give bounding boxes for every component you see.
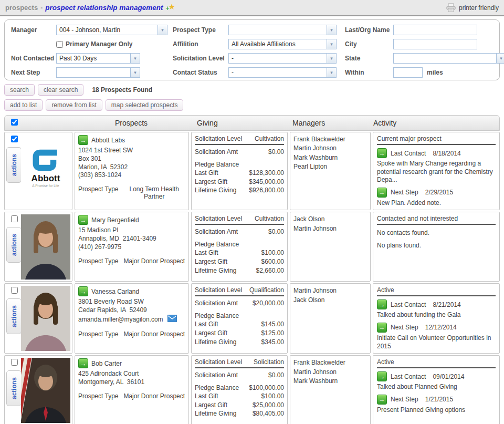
giving-cell: Solicitation LevelSolicitationSolicitati… <box>191 355 288 424</box>
clear-search-button[interactable]: clear search <box>38 84 83 96</box>
printer-friendly-label: printer friendly <box>459 4 499 12</box>
affiliation-select[interactable]: All Available Affiliations ▾ <box>228 39 337 49</box>
managers-cell: Jack OlsonMartin Johnson <box>290 212 371 282</box>
prospect-photo <box>21 286 70 351</box>
prospect-type-select[interactable]: ▾ <box>228 25 337 35</box>
contact-status-label: Contact Status <box>173 69 228 76</box>
giving-row-label: Last Gift <box>195 320 218 329</box>
within-miles-input[interactable] <box>393 67 423 78</box>
prospect-email[interactable]: amanda.miller@myagilon.com <box>78 316 163 324</box>
manager-select[interactable]: 004 - Johnson, Martin ▾ <box>56 25 167 35</box>
add-to-list-button[interactable]: add to list <box>4 99 43 111</box>
row-checkbox[interactable] <box>11 215 18 222</box>
table-row: actions→Mary Bergenfield15 Madison Pl An… <box>4 212 500 282</box>
row-checkbox[interactable] <box>11 359 18 366</box>
actions-button[interactable]: actions <box>6 370 22 406</box>
activity-entry-label: Next Step <box>391 324 418 331</box>
city-label: City <box>345 40 393 48</box>
map-selected-prospects-button[interactable]: map selected prospects <box>106 99 184 111</box>
activity-cell: Contacted and not interestedNo contacts … <box>373 212 500 282</box>
remove-from-list-button[interactable]: remove from list <box>46 99 102 111</box>
giving-row: Lifetime Giving$926,800.00 <box>195 186 284 195</box>
actions-button[interactable]: actions <box>6 147 22 183</box>
manager-label: Manager <box>11 26 56 34</box>
giving-row: Solicitation Amt$0.00 <box>195 148 284 157</box>
prospect-address: 3801 Beverly Road SW Cedar Rapids, IA 52… <box>78 298 185 315</box>
giving-row: Pledge Balance <box>195 312 284 320</box>
manager-name: Mark Washburn <box>293 153 367 162</box>
city-input[interactable] <box>393 39 477 49</box>
search-button[interactable]: search <box>4 84 35 96</box>
giving-row-label: Last Gift <box>195 392 218 401</box>
activity-entry-line: →Last Contact8/18/2014 <box>377 148 496 158</box>
giving-row-value: $100,000.00 <box>249 384 284 392</box>
logo-tagline: A Promise for Life <box>32 184 59 188</box>
giving-row-value: $0.00 <box>268 148 284 157</box>
actions-button-label: actions <box>10 154 18 176</box>
giving-row: Pledge Balance$100,000.00 <box>195 384 284 392</box>
giving-row-value: $0.00 <box>268 227 284 236</box>
giving-row-label: Solicitation Amt <box>195 299 238 308</box>
activity-entry-note: Talked about Planned Giving <box>377 383 496 391</box>
giving-row-label: Solicitation Amt <box>195 148 238 157</box>
open-record-arrow-icon[interactable]: → <box>377 148 387 158</box>
solicitation-level-label: Solicitation Level <box>173 55 228 62</box>
primary-manager-only-checkbox[interactable] <box>56 41 63 48</box>
add-favorite-star-icon[interactable]: ★ + <box>167 4 176 12</box>
printer-friendly-button[interactable]: printer friendly <box>446 3 499 12</box>
manager-name: Jack Olson <box>293 296 367 305</box>
managers-cell: Martin JohnsonJack Olson <box>290 283 371 354</box>
giving-row-label: Largest Gift <box>195 178 227 187</box>
logo-word: Abbott <box>32 174 60 183</box>
open-record-arrow-icon[interactable]: → <box>78 215 88 225</box>
send-email-icon[interactable] <box>167 315 177 325</box>
contact-status-select[interactable]: - ▾ <box>228 67 337 78</box>
giving-row-label: Lifetime Giving <box>195 186 236 195</box>
activity-status: Contacted and not interested <box>377 215 496 225</box>
giving-row-label: Largest Gift <box>195 329 227 338</box>
open-record-arrow-icon[interactable]: → <box>78 135 88 145</box>
select-all-checkbox[interactable] <box>11 119 18 126</box>
row-checkbox[interactable] <box>11 136 18 142</box>
open-record-arrow-icon[interactable]: → <box>377 371 387 381</box>
state-select[interactable]: ▾ <box>393 53 504 64</box>
chevron-down-icon: ▾ <box>130 68 140 77</box>
giving-row-value: $345.00 <box>261 338 284 347</box>
activity-entry-line: →Last Contact8/21/2014 <box>377 299 496 309</box>
prospect-type-label: Prospect Type <box>78 257 119 265</box>
giving-row-label: Solicitation Amt <box>195 371 238 380</box>
row-checkbox[interactable] <box>11 287 18 294</box>
prospect-type-line: Prospect TypeMajor Donor Prospect <box>78 257 185 265</box>
prospect-photo <box>21 358 70 423</box>
manager-name: Pearl Lipton <box>293 162 367 171</box>
prospect-type-value: Long Term Health Partner <box>123 185 186 200</box>
not-contacted-select[interactable]: Past 30 Days ▾ <box>56 53 140 64</box>
activity-entry-note: Talked about funding the Gala <box>377 311 496 319</box>
giving-row-label: Lifetime Giving <box>195 338 236 347</box>
actions-button[interactable]: actions <box>6 227 22 263</box>
activity-status-label: Active <box>377 358 394 366</box>
open-record-arrow-icon[interactable]: → <box>78 358 88 368</box>
giving-row-label: Largest Gift <box>195 257 227 266</box>
solicitation-level-label: Solicitation Level <box>195 286 242 294</box>
manager-name: Martin Johnson <box>293 368 367 377</box>
next-step-select[interactable]: ▾ <box>56 67 140 78</box>
last-org-name-input[interactable] <box>393 25 477 35</box>
solicitation-level-select[interactable]: - ▾ <box>228 53 337 64</box>
activity-cell: Active→Last Contact8/21/2014Talked about… <box>373 283 500 354</box>
prospect-name: Mary Bergenfield <box>91 216 139 224</box>
solicitation-level-value: Cultivation <box>255 135 284 142</box>
open-record-arrow-icon[interactable]: → <box>377 323 387 333</box>
activity-entry-date: 8/21/2014 <box>433 301 460 308</box>
open-record-arrow-icon[interactable]: → <box>78 286 88 296</box>
actions-button[interactable]: actions <box>6 298 22 334</box>
prospect-type-value: Major Donor Prospect <box>123 392 186 400</box>
open-record-arrow-icon[interactable]: → <box>377 395 387 405</box>
prospect-type-line: Prospect TypeMajor Donor Prospect <box>78 330 185 338</box>
open-record-arrow-icon[interactable]: → <box>377 299 387 309</box>
open-record-arrow-icon[interactable]: → <box>377 188 387 198</box>
chevron-down-icon: ▾ <box>496 54 504 63</box>
giving-row: Last Gift$145.00 <box>195 320 284 329</box>
activity-entry-date: 09/01/2014 <box>433 373 464 380</box>
giving-row-value: $145.00 <box>261 320 284 329</box>
